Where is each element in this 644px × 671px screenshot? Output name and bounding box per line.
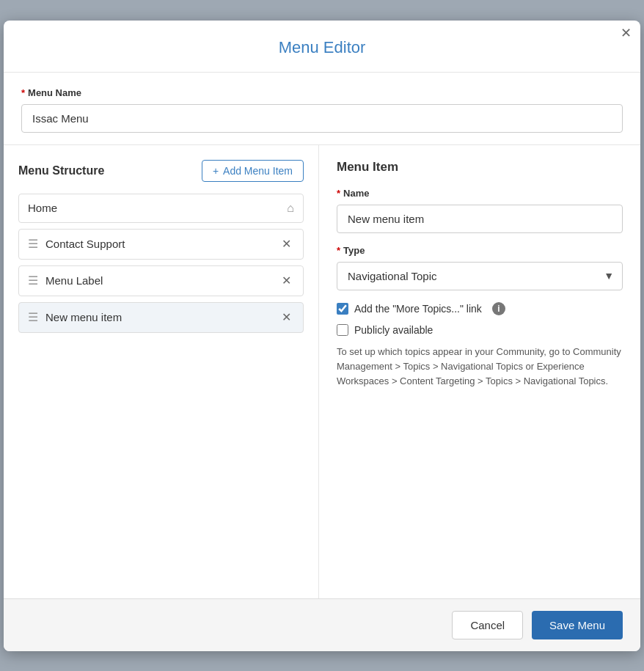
menu-item-name-input[interactable] (337, 205, 623, 233)
more-topics-checkbox-row: Add the "More Topics..." link i (337, 302, 623, 315)
menu-item-panel-title: Menu Item (337, 160, 623, 175)
name-form-group: *Name (337, 188, 623, 233)
list-item: Home ⌂ (18, 194, 304, 223)
menu-name-input[interactable] (21, 104, 623, 133)
left-panel: Menu Structure + Add Menu Item Home ⌂ (4, 145, 319, 598)
info-icon: i (492, 302, 505, 315)
list-item[interactable]: ☰ New menu item ✕ (18, 302, 304, 333)
drag-handle-icon: ☰ (28, 237, 38, 251)
more-topics-checkbox[interactable] (337, 303, 348, 315)
add-menu-item-button[interactable]: + Add Menu Item (202, 160, 304, 182)
remove-contact-support-button[interactable]: ✕ (279, 237, 294, 252)
drag-handle-icon: ☰ (28, 310, 38, 324)
two-column-layout: Menu Structure + Add Menu Item Home ⌂ (4, 145, 640, 598)
menu-structure-title: Menu Structure (18, 164, 104, 177)
drag-handle-icon: ☰ (28, 274, 38, 287)
list-item[interactable]: ☰ Contact Support ✕ (18, 229, 304, 260)
modal-footer: Cancel Save Menu (4, 598, 640, 651)
remove-new-menu-item-button[interactable]: ✕ (279, 310, 294, 325)
type-select[interactable]: Navigational Topic External Link Interna… (337, 262, 623, 290)
menu-items-list: Home ⌂ ☰ Contact Support ✕ ☰ Menu La (18, 194, 304, 333)
right-panel: Menu Item *Name *Type (319, 145, 640, 598)
publicly-available-checkbox[interactable] (337, 324, 348, 336)
modal-header: Menu Editor (4, 21, 640, 73)
modal-body: *Menu Name Menu Structure + Add Menu Ite… (4, 73, 640, 598)
type-field-label: *Type (337, 245, 623, 256)
type-select-wrapper: Navigational Topic External Link Interna… (337, 262, 623, 290)
remove-menu-label-button[interactable]: ✕ (279, 274, 294, 288)
publicly-available-label[interactable]: Publicly available (354, 324, 433, 336)
home-item-label: Home (28, 202, 287, 214)
help-text: To set up which topics appear in your Co… (337, 345, 623, 389)
menu-name-label: *Menu Name (21, 87, 623, 98)
new-menu-item-label: New menu item (45, 311, 273, 323)
cancel-button[interactable]: Cancel (452, 611, 523, 639)
menu-name-section: *Menu Name (4, 73, 640, 145)
more-topics-label[interactable]: Add the "More Topics..." link (354, 303, 482, 315)
close-button[interactable]: ✕ (621, 26, 632, 40)
modal-title: Menu Editor (18, 38, 626, 57)
name-field-label: *Name (337, 188, 623, 199)
panel-header: Menu Structure + Add Menu Item (18, 160, 304, 182)
publicly-available-checkbox-row: Publicly available (337, 324, 623, 336)
list-item[interactable]: ☰ Menu Label ✕ (18, 265, 304, 296)
home-icon: ⌂ (287, 202, 294, 215)
add-menu-item-label: Add Menu Item (223, 165, 293, 177)
contact-support-label: Contact Support (45, 238, 273, 250)
required-star: * (21, 87, 25, 98)
modal-dialog: ✕ Menu Editor *Menu Name Menu Structure (4, 21, 640, 651)
type-form-group: *Type Navigational Topic External Link I… (337, 245, 623, 290)
plus-icon: + (213, 165, 219, 177)
menu-label-item-label: Menu Label (45, 274, 273, 287)
save-menu-button[interactable]: Save Menu (532, 611, 623, 639)
modal-overlay: ✕ Menu Editor *Menu Name Menu Structure (0, 0, 644, 671)
